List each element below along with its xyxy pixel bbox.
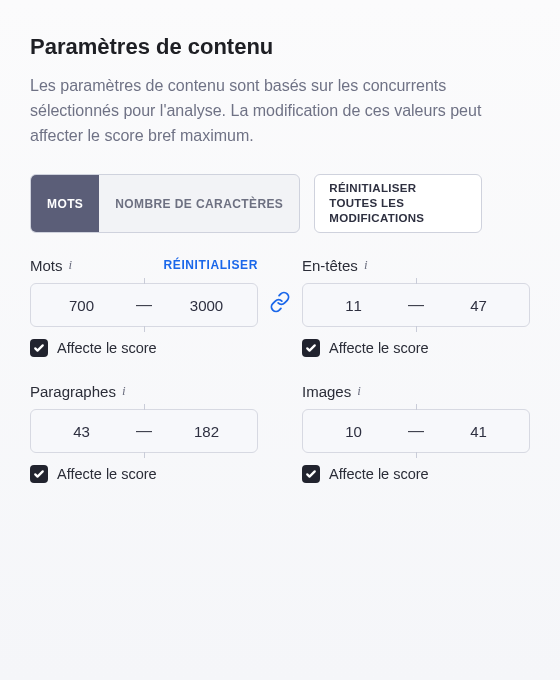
range-separator: —	[404, 296, 428, 314]
check-icon	[33, 468, 45, 480]
images-max-input[interactable]	[428, 413, 529, 450]
tab-characters[interactable]: NOMBRE DE CARACTÈRES	[99, 175, 299, 232]
field-words-label-text: Mots	[30, 257, 63, 274]
paragraphs-affects-checkbox[interactable]	[30, 465, 48, 483]
unit-segmented-control: MOTS NOMBRE DE CARACTÈRES	[30, 174, 300, 233]
images-range: —	[302, 409, 530, 453]
words-max-input[interactable]	[156, 287, 257, 324]
field-images-label-text: Images	[302, 383, 351, 400]
field-paragraphs: Paragraphes i — Affecte le score	[30, 381, 258, 483]
page-description: Les paramètres de contenu sont basés sur…	[30, 74, 510, 148]
paragraphs-affects-label: Affecte le score	[57, 466, 157, 482]
paragraphs-range: —	[30, 409, 258, 453]
tab-words[interactable]: MOTS	[31, 175, 99, 232]
headers-affects-label: Affecte le score	[329, 340, 429, 356]
info-icon[interactable]: i	[364, 257, 368, 273]
field-words: Mots i RÉINITIALISER — Affecte le score	[30, 255, 258, 357]
words-affects-checkbox[interactable]	[30, 339, 48, 357]
field-images: Images i — Affecte le score	[302, 381, 530, 483]
page-title: Paramètres de contenu	[30, 34, 530, 60]
field-words-label: Mots i	[30, 257, 72, 274]
check-icon	[305, 342, 317, 354]
images-affects-label: Affecte le score	[329, 466, 429, 482]
check-icon	[305, 468, 317, 480]
reset-all-button[interactable]: RÉINITIALISER TOUTES LES MODIFICATIONS	[314, 174, 482, 233]
info-icon[interactable]: i	[69, 257, 73, 273]
link-icon[interactable]	[269, 291, 291, 317]
field-headers-label: En-têtes i	[302, 257, 368, 274]
info-icon[interactable]: i	[122, 383, 126, 399]
field-images-label: Images i	[302, 383, 361, 400]
field-headers-label-text: En-têtes	[302, 257, 358, 274]
images-affects-checkbox[interactable]	[302, 465, 320, 483]
headers-affects-checkbox[interactable]	[302, 339, 320, 357]
words-range: —	[30, 283, 258, 327]
words-affects-label: Affecte le score	[57, 340, 157, 356]
field-paragraphs-label-text: Paragraphes	[30, 383, 116, 400]
info-icon[interactable]: i	[357, 383, 361, 399]
field-paragraphs-label: Paragraphes i	[30, 383, 126, 400]
headers-max-input[interactable]	[428, 287, 529, 324]
range-separator: —	[132, 296, 156, 314]
headers-min-input[interactable]	[303, 287, 404, 324]
words-min-input[interactable]	[31, 287, 132, 324]
reset-words-link[interactable]: RÉINITIALISER	[164, 258, 258, 272]
toolbar: MOTS NOMBRE DE CARACTÈRES RÉINITIALISER …	[30, 174, 530, 233]
range-separator: —	[404, 422, 428, 440]
field-headers: En-têtes i — Affecte le score	[302, 255, 530, 357]
paragraphs-max-input[interactable]	[156, 413, 257, 450]
paragraphs-min-input[interactable]	[31, 413, 132, 450]
headers-range: —	[302, 283, 530, 327]
range-separator: —	[132, 422, 156, 440]
check-icon	[33, 342, 45, 354]
images-min-input[interactable]	[303, 413, 404, 450]
